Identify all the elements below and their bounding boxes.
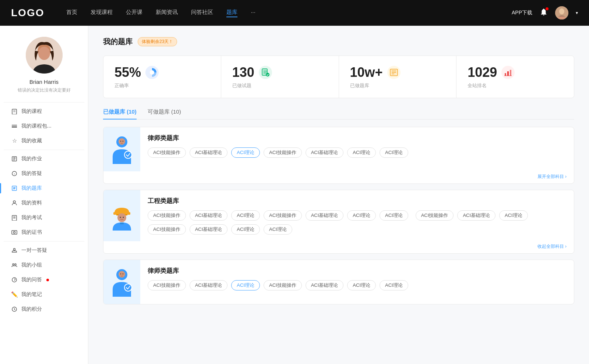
- avatar-image: [555, 6, 568, 19]
- eng-tag-4[interactable]: ACI技能操作: [264, 210, 302, 221]
- sidebar-divider-2: [4, 150, 84, 150]
- cert-icon: [11, 229, 18, 236]
- qbank-card-lawyer1: 律师类题库 ACI技能操作 ACI基础理论 ACI理论 ACI技能操作 ACI基…: [103, 127, 574, 184]
- svg-point-56: [123, 274, 123, 274]
- expand-link-lawyer1[interactable]: 展开全部科目 ›: [537, 174, 567, 180]
- tab-done-banks[interactable]: 已做题库 (10): [103, 108, 137, 119]
- l2-tag-2[interactable]: ACI基础理论: [190, 280, 228, 290]
- sidebar-item-exam[interactable]: 我的考试: [4, 210, 84, 225]
- qa-icon: [11, 170, 18, 177]
- notification-bell[interactable]: [540, 8, 548, 18]
- qbank-engineer-tags: ACI技能操作 ACI基础理论 ACI理论 ACI技能操作 ACI基础理论 AC…: [148, 210, 567, 235]
- l2-tag-6[interactable]: ACI理论: [347, 280, 376, 290]
- one-on-one-icon: [11, 247, 18, 254]
- user-menu-chevron[interactable]: ▾: [576, 10, 578, 15]
- sidebar-item-notes[interactable]: ✏️ 我的笔记: [4, 287, 84, 302]
- qbank-lawyer1-content: 律师类题库 ACI技能操作 ACI基础理论 ACI理论 ACI技能操作 ACI基…: [140, 127, 574, 171]
- avatar-svg: [555, 6, 568, 19]
- eng-tag-14[interactable]: ACI理论: [264, 224, 292, 235]
- stat-done-banks-value: 10w+: [350, 65, 383, 80]
- course-pkg-label: 我的课程包...: [21, 123, 52, 129]
- eng-tag-9[interactable]: ACI基础理论: [457, 210, 495, 221]
- qbank-lawyer1-title: 律师类题库: [148, 134, 567, 142]
- tag-aci-theory-basic-2[interactable]: ACI基础理论: [306, 147, 344, 158]
- sidebar-item-qbank[interactable]: 我的题库: [4, 181, 84, 196]
- l2-tag-1[interactable]: ACI技能操作: [148, 280, 186, 290]
- sidebar-menu: 我的课程 我的课程包... ☆ 我的收藏 我的作业: [0, 101, 88, 317]
- nav-link-courses[interactable]: 发现课程: [91, 9, 113, 17]
- tag-aci-theory-3[interactable]: ACI理论: [347, 147, 376, 158]
- trial-badge: 体验剩余23天！: [138, 37, 177, 46]
- nav-link-news[interactable]: 新闻资讯: [156, 9, 178, 17]
- sidebar-item-favorites[interactable]: ☆ 我的收藏: [4, 133, 84, 148]
- eng-tag-12[interactable]: ACI基础理论: [190, 224, 228, 235]
- l2-tag-7[interactable]: ACI理论: [380, 280, 408, 290]
- stat-ranking-value: 1029: [468, 65, 497, 80]
- qbank-card-lawyer2: 律师类题库 ACI技能操作 ACI基础理论 ACI理论 ACI技能操作 ACI基…: [103, 260, 574, 304]
- eng-tag-5[interactable]: ACI基础理论: [306, 210, 344, 221]
- sidebar-item-myqa[interactable]: 我的问答: [4, 272, 84, 287]
- eng-tag-3[interactable]: ACI理论: [231, 210, 260, 221]
- done-questions-icon: [259, 66, 272, 79]
- sidebar-item-points[interactable]: 我的积分: [4, 302, 84, 317]
- svg-point-49: [120, 217, 121, 218]
- collapse-link-engineer[interactable]: 收起全部科目 ›: [537, 243, 567, 250]
- tag-aci-skill-1[interactable]: ACI技能操作: [148, 147, 186, 158]
- points-icon: [11, 306, 18, 313]
- svg-rect-11: [12, 125, 17, 125]
- eng-tag-2[interactable]: ACI基础理论: [190, 210, 228, 221]
- eng-tag-1[interactable]: ACI技能操作: [148, 210, 186, 221]
- doc-check-icon: [261, 68, 270, 77]
- qbank-lawyer2-content: 律师类题库 ACI技能操作 ACI基础理论 ACI理论 ACI技能操作 ACI基…: [140, 260, 574, 304]
- svg-rect-12: [12, 126, 17, 126]
- sidebar-item-1on1[interactable]: 一对一答疑: [4, 243, 84, 258]
- eng-tag-13[interactable]: ACI理论: [231, 224, 260, 235]
- done-banks-icon: [387, 66, 401, 79]
- sidebar-item-course-pkg[interactable]: 我的课程包...: [4, 119, 84, 133]
- tag-aci-theory-basic-1[interactable]: ACI基础理论: [190, 147, 228, 158]
- courses-label: 我的课程: [21, 108, 42, 115]
- qbank-lawyer1-icon-area: [103, 127, 140, 171]
- tab-available-banks[interactable]: 可做题库 (10): [148, 108, 181, 119]
- pie-chart-icon: [147, 67, 157, 78]
- tag-aci-theory-4[interactable]: ACI理论: [380, 147, 408, 158]
- group-icon: [11, 262, 18, 268]
- tag-aci-theory-active[interactable]: ACI理论: [231, 147, 260, 158]
- sidebar-item-cert[interactable]: 我的证书: [4, 225, 84, 240]
- l2-tag-4[interactable]: ACI技能操作: [264, 280, 302, 290]
- svg-point-54: [119, 271, 125, 278]
- sidebar-item-qa[interactable]: 我的答疑: [4, 166, 84, 181]
- stat-ranking-top: 1029: [468, 65, 563, 80]
- myqa-icon: [11, 276, 18, 283]
- qbank-card-lawyer1-inner: 律师类题库 ACI技能操作 ACI基础理论 ACI理论 ACI技能操作 ACI基…: [103, 127, 574, 171]
- nav-link-more[interactable]: ···: [251, 9, 255, 17]
- eng-tag-7[interactable]: ACI理论: [380, 210, 408, 221]
- eng-tag-11[interactable]: ACI技能操作: [148, 224, 186, 235]
- nav-link-qbank[interactable]: 题库: [226, 9, 237, 17]
- profile-label: 我的资料: [21, 200, 42, 206]
- stat-done-questions-value: 130: [232, 65, 254, 80]
- homework-icon: [11, 156, 18, 162]
- user-avatar[interactable]: [555, 6, 568, 19]
- app-download-button[interactable]: APP下载: [512, 10, 532, 16]
- eng-tag-10[interactable]: ACI理论: [499, 210, 528, 221]
- tag-aci-skill-2[interactable]: ACI技能操作: [264, 147, 302, 158]
- sidebar-item-courses[interactable]: 我的课程: [4, 104, 84, 119]
- main-content: 我的题库 体验剩余23天！ 55%: [88, 26, 589, 364]
- nav-link-qa[interactable]: 问答社区: [191, 9, 213, 17]
- eng-tag-8[interactable]: ACI技能操作: [416, 210, 454, 221]
- nav-link-home[interactable]: 首页: [66, 9, 77, 17]
- l2-tag-5[interactable]: ACI基础理论: [306, 280, 344, 290]
- sidebar-item-homework[interactable]: 我的作业: [4, 151, 84, 166]
- svg-point-45: [123, 141, 123, 142]
- favorites-label: 我的收藏: [21, 138, 42, 144]
- cert-label: 我的证书: [21, 229, 42, 236]
- accuracy-icon: [145, 66, 159, 79]
- logo[interactable]: LOGO: [11, 7, 44, 19]
- l2-tag-3[interactable]: ACI理论: [231, 280, 260, 290]
- eng-tag-6[interactable]: ACI理论: [347, 210, 376, 221]
- sidebar-item-group[interactable]: 我的小组: [4, 258, 84, 272]
- sidebar-item-profile[interactable]: 我的资料: [4, 196, 84, 210]
- done-banks-label: 已做题库: [350, 82, 445, 89]
- nav-link-open[interactable]: 公开课: [126, 9, 142, 17]
